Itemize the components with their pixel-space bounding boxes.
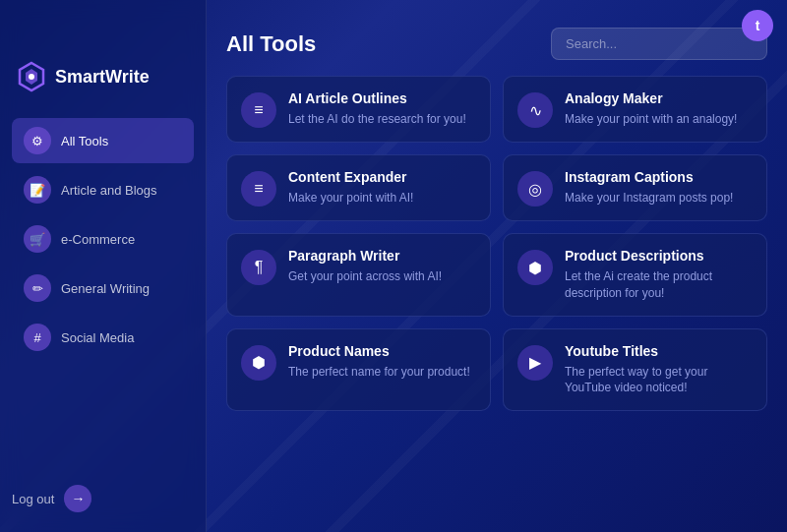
logo: SmartWrite [16, 61, 150, 92]
sidebar-item-general-writing[interactable]: ✏ General Writing [12, 266, 194, 311]
tool-card-product-names[interactable]: ⬢ Product Names The perfect name for you… [226, 328, 491, 412]
tool-desc-content-expander: Make your point with AI! [288, 190, 476, 207]
tool-content-paragraph-writer: Paragraph Writer Get your point across w… [288, 248, 476, 285]
app-name: SmartWrite [55, 67, 150, 88]
main-header: All Tools [226, 28, 767, 60]
tool-title-product-names: Product Names [288, 343, 476, 359]
header: SmartWrite [0, 51, 206, 102]
tool-title-analogy-maker: Analogy Maker [565, 90, 753, 106]
tool-content-ai-article-outlines: AI Article Outlines Let the AI do the re… [288, 90, 476, 128]
logout-label: Log out [12, 492, 54, 506]
tool-content-product-names: Product Names The perfect name for your … [288, 343, 476, 381]
tool-desc-analogy-maker: Make your point with an analogy! [565, 111, 753, 128]
sidebar-label-social-media: Social Media [61, 330, 134, 345]
sidebar-icon-all-tools: ⚙ [24, 127, 51, 154]
tool-card-analogy-maker[interactable]: ∿ Analogy Maker Make your point with an … [503, 76, 767, 143]
tool-desc-instagram-captions: Make your Instagram posts pop! [565, 190, 753, 207]
tool-content-product-descriptions: Product Descriptions Let the Ai create t… [565, 248, 753, 302]
sidebar-icon-ecommerce: 🛒 [24, 225, 51, 253]
tool-title-youtube-titles: Youtube Titles [565, 343, 753, 359]
tool-desc-product-names: The perfect name for your product! [288, 364, 476, 381]
tool-card-ai-article-outlines[interactable]: ≡ AI Article Outlines Let the AI do the … [226, 76, 491, 143]
tool-card-paragraph-writer[interactable]: ¶ Paragraph Writer Get your point across… [226, 233, 491, 317]
sidebar-label-ecommerce: e-Commerce [61, 232, 135, 247]
tools-grid: ≡ AI Article Outlines Let the AI do the … [226, 76, 767, 411]
sidebar-label-all-tools: All Tools [61, 134, 108, 148]
sidebar-label-article-blogs: Article and Blogs [61, 183, 157, 198]
tool-desc-paragraph-writer: Get your point across with AI! [288, 268, 476, 285]
sidebar-item-ecommerce[interactable]: 🛒 e-Commerce [12, 216, 194, 262]
tool-content-content-expander: Content Expander Make your point with AI… [288, 169, 476, 207]
tool-icon-product-names: ⬢ [241, 345, 276, 381]
tool-title-product-descriptions: Product Descriptions [565, 248, 753, 264]
search-input[interactable] [551, 28, 767, 60]
tool-icon-paragraph-writer: ¶ [241, 250, 276, 285]
tool-title-content-expander: Content Expander [288, 169, 476, 185]
tool-icon-content-expander: ≡ [241, 171, 276, 207]
sidebar-nav: ⚙ All Tools 📝 Article and Blogs 🛒 e-Comm… [0, 102, 206, 469]
logout-icon[interactable]: → [64, 485, 91, 512]
sidebar-item-social-media[interactable]: # Social Media [12, 315, 194, 360]
sidebar-footer[interactable]: Log out → [0, 469, 206, 532]
tool-title-ai-article-outlines: AI Article Outlines [288, 90, 476, 106]
tool-icon-instagram-captions: ◎ [517, 171, 553, 207]
tool-title-paragraph-writer: Paragraph Writer [288, 248, 476, 264]
tool-icon-ai-article-outlines: ≡ [241, 92, 276, 128]
tool-desc-product-descriptions: Let the Ai create the product descriptio… [565, 268, 753, 302]
tool-content-analogy-maker: Analogy Maker Make your point with an an… [565, 90, 753, 128]
tool-card-instagram-captions[interactable]: ◎ Instagram Captions Make your Instagram… [503, 154, 767, 221]
tool-icon-product-descriptions: ⬢ [517, 250, 553, 285]
tool-desc-ai-article-outlines: Let the AI do the research for you! [288, 111, 476, 128]
tool-card-youtube-titles[interactable]: ▶ Youtube Titles The perfect way to get … [503, 328, 767, 412]
sidebar-item-article-blogs[interactable]: 📝 Article and Blogs [12, 167, 194, 212]
main-content: All Tools ≡ AI Article Outlines Let the … [207, 0, 787, 532]
user-avatar[interactable]: t [742, 10, 773, 41]
sidebar-item-all-tools[interactable]: ⚙ All Tools [12, 118, 194, 163]
sidebar-icon-general-writing: ✏ [24, 274, 51, 302]
tool-desc-youtube-titles: The perfect way to get your YouTube vide… [565, 364, 753, 397]
tool-content-youtube-titles: Youtube Titles The perfect way to get yo… [565, 343, 753, 397]
sidebar-label-general-writing: General Writing [61, 281, 150, 296]
tool-card-product-descriptions[interactable]: ⬢ Product Descriptions Let the Ai create… [503, 233, 767, 317]
tool-icon-youtube-titles: ▶ [517, 345, 553, 381]
sidebar: SmartWrite ⚙ All Tools 📝 Article and Blo… [0, 0, 207, 532]
page-title: All Tools [226, 31, 316, 57]
sidebar-icon-social-media: # [24, 324, 51, 351]
tool-title-instagram-captions: Instagram Captions [565, 169, 753, 185]
svg-point-2 [29, 74, 34, 80]
tool-icon-analogy-maker: ∿ [517, 92, 553, 128]
tool-card-content-expander[interactable]: ≡ Content Expander Make your point with … [226, 154, 491, 221]
sidebar-icon-article-blogs: 📝 [24, 176, 51, 204]
tool-content-instagram-captions: Instagram Captions Make your Instagram p… [565, 169, 753, 207]
logo-icon [16, 61, 47, 92]
